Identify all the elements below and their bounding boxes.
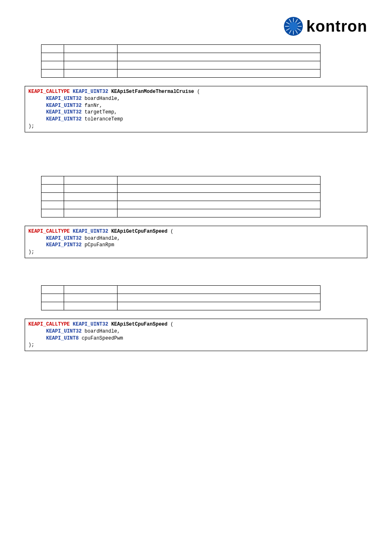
table-row	[42, 176, 321, 184]
code-block-setcpufanspeed: KEAPI_CALLTYPE KEAPI_UINT32 KEApiSetCpuF…	[25, 319, 367, 351]
param-type: KEAPI_PINT32	[46, 242, 81, 248]
keyword-rettype: KEAPI_UINT32	[73, 89, 108, 95]
table-row	[42, 45, 321, 53]
code-block-setfanmode: KEAPI_CALLTYPE KEAPI_UINT32 KEApiSetFanM…	[25, 86, 367, 132]
param-name: toleranceTemp	[85, 116, 123, 122]
svg-rect-1	[293, 18, 294, 22]
table-row	[42, 302, 321, 310]
keyword-rettype: KEAPI_UINT32	[73, 321, 108, 327]
param-name: boardHandle	[85, 96, 117, 102]
table-row	[42, 53, 321, 61]
param-type: KEAPI_UINT32	[46, 109, 81, 115]
keyword-calltype: KEAPI_CALLTYPE	[28, 321, 70, 327]
param-name: targetTemp	[85, 109, 114, 115]
keyword-rettype: KEAPI_UINT32	[73, 229, 108, 234]
table-row	[42, 209, 321, 217]
param-name: boardHandle	[85, 236, 117, 241]
param-type: KEAPI_UINT32	[46, 328, 81, 334]
param-table-2	[41, 176, 321, 217]
table-row	[42, 192, 321, 201]
svg-point-13	[289, 22, 297, 30]
param-name: cpuFanSpeedPwm	[82, 335, 123, 341]
keyword-calltype: KEAPI_CALLTYPE	[28, 89, 70, 95]
brand-logo: kontron	[25, 16, 367, 36]
table-row	[42, 285, 321, 294]
kontron-logo-icon	[284, 16, 303, 36]
function-name: KEApiSetFanModeThermalCruise	[111, 89, 194, 95]
table-row	[42, 69, 321, 78]
param-type: KEAPI_UINT32	[46, 103, 81, 109]
code-block-getcpufanspeed: KEAPI_CALLTYPE KEAPI_UINT32 KEApiGetCpuF…	[25, 226, 367, 258]
table-row	[42, 184, 321, 192]
function-name: KEApiSetCpuFanSpeed	[111, 321, 168, 327]
param-name: pCpuFanRpm	[85, 242, 114, 248]
svg-rect-4	[297, 26, 302, 27]
function-name: KEApiGetCpuFanSpeed	[111, 229, 168, 234]
svg-rect-10	[285, 26, 289, 27]
param-table-3	[41, 285, 321, 310]
keyword-calltype: KEAPI_CALLTYPE	[28, 229, 70, 234]
table-row	[42, 294, 321, 302]
param-table-1	[41, 44, 321, 78]
table-row	[42, 201, 321, 209]
brand-name: kontron	[307, 18, 367, 35]
table-row	[42, 61, 321, 69]
param-name: boardHandle	[85, 328, 117, 334]
param-type: KEAPI_UINT8	[46, 335, 78, 341]
param-type: KEAPI_UINT32	[46, 236, 81, 241]
param-type: KEAPI_UINT32	[46, 96, 81, 102]
param-type: KEAPI_UINT32	[46, 116, 81, 122]
param-name: fanNr	[85, 103, 99, 109]
svg-rect-7	[293, 31, 294, 35]
